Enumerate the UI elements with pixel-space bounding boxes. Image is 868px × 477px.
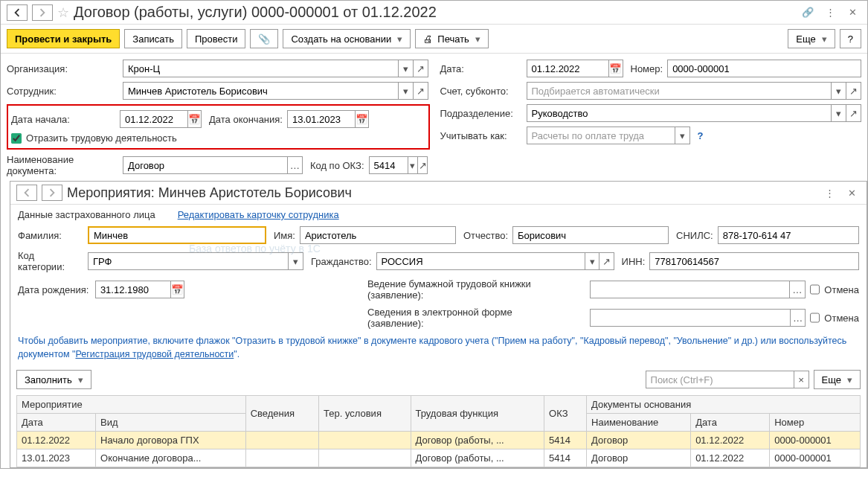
table-row[interactable]: 01.12.2022Начало договора ГПХДоговор (ра… xyxy=(17,432,861,449)
doc-name-label: Наименование документа: xyxy=(7,154,118,176)
doc-name-input[interactable] xyxy=(123,156,288,174)
col-bname[interactable]: Наименование xyxy=(587,414,691,432)
sub-more-button[interactable]: Еще▾ xyxy=(814,370,861,389)
dropdown-icon[interactable]: ▾ xyxy=(832,104,846,122)
date-end-label: Дата окончания: xyxy=(209,114,283,125)
col-okz[interactable]: ОКЗ xyxy=(544,396,587,432)
favorite-star-icon[interactable]: ☆ xyxy=(57,4,69,21)
open-icon[interactable]: ↗ xyxy=(418,156,428,174)
open-icon[interactable]: ↗ xyxy=(599,252,614,270)
help-hint-icon[interactable]: ? xyxy=(698,130,704,141)
cancel-label2: Отмена xyxy=(824,313,859,324)
number-input[interactable] xyxy=(667,60,861,77)
insured-label: Данные застрахованного лица xyxy=(18,209,155,220)
sub-nav-forward-button[interactable] xyxy=(42,185,62,201)
fill-button[interactable]: Заполнить▾ xyxy=(16,370,91,389)
paper-input[interactable] xyxy=(590,281,791,298)
post-button[interactable]: Провести xyxy=(187,29,246,48)
account-input[interactable] xyxy=(527,82,832,100)
employee-input[interactable] xyxy=(123,82,399,100)
snils-input[interactable] xyxy=(718,226,859,244)
print-button[interactable]: 🖨Печать▾ xyxy=(415,29,489,48)
dropdown-icon[interactable]: ▾ xyxy=(408,156,418,174)
date-end-input[interactable] xyxy=(287,110,356,128)
citizen-input[interactable] xyxy=(376,252,585,270)
dropdown-icon[interactable]: ▾ xyxy=(675,127,690,144)
ellipsis-icon[interactable]: … xyxy=(791,309,806,327)
birth-label: Дата рождения: xyxy=(18,284,91,295)
open-icon[interactable]: ↗ xyxy=(846,82,861,100)
department-label: Подразделение: xyxy=(440,108,522,119)
cancel-label: Отмена xyxy=(824,284,859,295)
pname-input[interactable] xyxy=(512,226,669,244)
consider-input[interactable] xyxy=(527,127,675,144)
register-activity-link[interactable]: Регистрация трудовой деятельности xyxy=(75,349,234,359)
window-title: Договор (работы, услуги) 0000-000001 от … xyxy=(74,4,794,21)
link-icon[interactable]: 🔗 xyxy=(799,4,817,21)
electronic-input[interactable] xyxy=(590,309,791,327)
date-start-input[interactable] xyxy=(120,110,188,128)
cat-label: Код категории: xyxy=(18,250,83,272)
more-vert-icon[interactable]: ⋮ xyxy=(821,4,839,21)
ellipsis-icon[interactable]: … xyxy=(790,281,805,298)
paper-cancel-checkbox[interactable] xyxy=(810,284,820,295)
edit-card-link[interactable]: Редактировать карточку сотрудника xyxy=(178,209,339,220)
inn-input[interactable] xyxy=(649,252,859,270)
inn-label: ИНН: xyxy=(622,256,646,267)
electronic-cancel-checkbox[interactable] xyxy=(810,313,820,323)
fname-label: Имя: xyxy=(274,230,295,241)
dropdown-icon[interactable]: ▾ xyxy=(399,60,414,77)
activity-checkbox-label: Отразить трудовую деятельность xyxy=(26,132,177,144)
more-button[interactable]: Еще▾ xyxy=(788,29,835,48)
main-toolbar: Провести и закрыть Записать Провести 📎 С… xyxy=(1,25,867,54)
calendar-icon[interactable]: 📅 xyxy=(356,110,369,128)
table-row[interactable]: 13.01.2023Окончание договора...Договор (… xyxy=(17,449,861,467)
activity-checkbox[interactable] xyxy=(11,133,22,144)
col-date[interactable]: Дата xyxy=(17,414,96,432)
highlighted-date-block: Дата начала: 📅 Дата окончания: 📅 Отразит… xyxy=(7,104,430,150)
col-func[interactable]: Трудовая функция xyxy=(411,396,544,432)
help-button[interactable]: ? xyxy=(840,29,861,48)
close-icon[interactable]: ✕ xyxy=(843,185,861,201)
department-input[interactable] xyxy=(527,104,832,122)
lname-input[interactable] xyxy=(88,226,266,244)
birth-input[interactable] xyxy=(95,281,171,298)
nav-back-button[interactable] xyxy=(7,4,28,21)
calendar-icon[interactable]: 📅 xyxy=(171,281,184,298)
dropdown-icon[interactable]: ▾ xyxy=(832,82,846,100)
events-table: Мероприятие Сведения Тер. условия Трудов… xyxy=(16,395,861,467)
cat-input[interactable] xyxy=(88,252,289,270)
save-button[interactable]: Записать xyxy=(124,29,182,48)
nav-forward-button[interactable] xyxy=(32,4,53,21)
col-bdate[interactable]: Дата xyxy=(691,414,770,432)
calendar-icon[interactable]: 📅 xyxy=(609,60,623,77)
close-icon[interactable]: ✕ xyxy=(843,4,861,21)
open-icon[interactable]: ↗ xyxy=(846,104,861,122)
okz-input[interactable] xyxy=(369,156,408,174)
attach-button[interactable]: 📎 xyxy=(250,29,278,48)
col-info[interactable]: Сведения xyxy=(245,396,318,432)
calendar-icon[interactable]: 📅 xyxy=(188,110,202,128)
create-on-basis-button[interactable]: Создать на основании▾ xyxy=(283,29,411,48)
date-input[interactable] xyxy=(527,60,609,77)
col-event[interactable]: Мероприятие xyxy=(17,396,246,414)
ellipsis-icon[interactable]: … xyxy=(288,156,303,174)
snils-label: СНИЛС: xyxy=(676,230,713,241)
citizen-label: Гражданство: xyxy=(311,256,372,267)
search-input[interactable] xyxy=(646,371,794,388)
open-icon[interactable]: ↗ xyxy=(414,82,428,100)
dropdown-icon[interactable]: ▾ xyxy=(289,252,303,270)
dropdown-icon[interactable]: ▾ xyxy=(585,252,599,270)
fname-input[interactable] xyxy=(300,226,456,244)
sub-nav-back-button[interactable] xyxy=(16,185,37,201)
open-icon[interactable]: ↗ xyxy=(414,60,428,77)
col-ter[interactable]: Тер. условия xyxy=(319,396,411,432)
org-input[interactable] xyxy=(123,60,399,77)
clear-search-icon[interactable]: × xyxy=(794,371,809,388)
more-vert-icon[interactable]: ⋮ xyxy=(820,185,838,201)
col-kind[interactable]: Вид xyxy=(96,414,246,432)
dropdown-icon[interactable]: ▾ xyxy=(399,82,414,100)
col-basis[interactable]: Документы основания xyxy=(587,396,861,414)
post-close-button[interactable]: Провести и закрыть xyxy=(7,29,120,48)
col-bnum[interactable]: Номер xyxy=(770,414,861,432)
